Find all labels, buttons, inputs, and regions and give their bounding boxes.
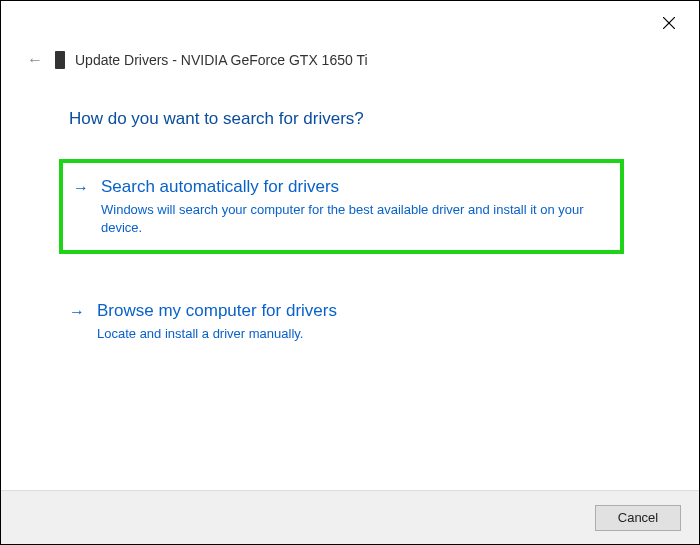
option-description: Locate and install a driver manually. xyxy=(97,325,608,343)
arrow-right-icon: → xyxy=(69,303,85,321)
option-browse-computer[interactable]: → Browse my computer for drivers Locate … xyxy=(59,287,624,357)
dialog-footer: Cancel xyxy=(1,490,699,544)
close-button[interactable] xyxy=(657,11,681,35)
page-heading: How do you want to search for drivers? xyxy=(69,109,364,129)
option-search-automatically[interactable]: → Search automatically for drivers Windo… xyxy=(59,159,624,254)
dialog-header: ← Update Drivers - NVIDIA GeForce GTX 16… xyxy=(25,51,368,69)
option-title: Browse my computer for drivers xyxy=(97,301,608,321)
dialog-title: Update Drivers - NVIDIA GeForce GTX 1650… xyxy=(75,52,368,68)
option-title: Search automatically for drivers xyxy=(101,177,604,197)
cancel-button[interactable]: Cancel xyxy=(595,505,681,531)
close-icon xyxy=(663,17,675,29)
arrow-right-icon: → xyxy=(73,179,89,197)
option-description: Windows will search your computer for th… xyxy=(101,201,604,236)
back-button[interactable]: ← xyxy=(25,51,45,69)
device-icon xyxy=(55,51,65,69)
